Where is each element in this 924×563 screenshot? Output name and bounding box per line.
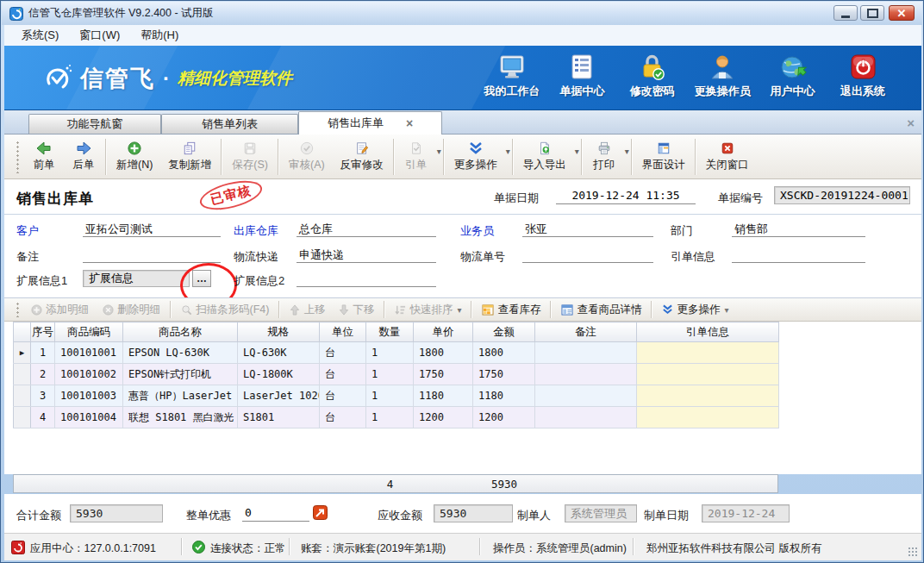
action-my-workbench[interactable]: 我的工作台 <box>478 53 546 99</box>
customer-field[interactable]: 亚拓公司测试 <box>83 220 221 237</box>
prev-doc-button[interactable]: 前单 <box>24 137 64 177</box>
status-separator <box>479 538 481 555</box>
toolbar-separator <box>631 139 633 175</box>
table-row[interactable]: ▶ 1100101001 EPSON LQ-630KLQ-630K 台1 180… <box>14 342 779 364</box>
col-spec[interactable]: 规格 <box>238 322 320 342</box>
more-actions-button[interactable]: 更多操作 <box>446 137 505 177</box>
dropdown-arrow-icon[interactable]: ▾ <box>437 147 441 156</box>
summary-qty-total: 4 <box>366 478 414 491</box>
double-chevron-down-icon <box>662 304 673 315</box>
col-qty[interactable]: 数量 <box>366 322 414 342</box>
dropdown-arrow-icon[interactable]: ▾ <box>625 147 629 156</box>
detail-more-actions-button[interactable]: 更多操作▾ <box>655 300 735 319</box>
import-export-icon <box>537 141 553 155</box>
col-amount[interactable]: 金额 <box>473 322 535 342</box>
receivable-field: 5930 <box>434 504 513 522</box>
arrow-left-icon <box>36 141 52 155</box>
action-label: 退出系统 <box>840 84 885 99</box>
col-row-selector <box>14 322 31 342</box>
ref-info-field[interactable] <box>732 246 865 263</box>
copy-new-button[interactable]: 复制新增 <box>160 137 219 177</box>
col-code[interactable]: 商品编码 <box>55 322 123 342</box>
toolbar-separator <box>278 301 280 318</box>
view-product-detail-button[interactable]: 查看商品详情 <box>554 300 648 319</box>
tab-sales-outbound[interactable]: 销售出库单 × <box>298 111 442 134</box>
create-date-label: 制单日期 <box>644 508 689 523</box>
col-name[interactable]: 商品名称 <box>123 322 238 342</box>
col-no[interactable]: 序号 <box>31 322 55 342</box>
resize-grip[interactable] <box>908 547 918 557</box>
toolbar-separator <box>170 301 172 318</box>
minimize-button[interactable] <box>833 5 858 21</box>
title-bar: 信管飞仓库管理软件 V9.2.400 - 试用版 <box>2 2 922 25</box>
ref-info-label: 引单信息 <box>671 249 715 265</box>
x-circle-icon <box>103 304 114 316</box>
view-stock-button[interactable]: 查看库存 <box>475 300 547 319</box>
table-row[interactable]: 4100101004 联想 S1801 黑白激光S1801 台1 1200120… <box>14 407 779 429</box>
action-document-center[interactable]: 单据中心 <box>547 53 616 99</box>
dept-field[interactable]: 销售部 <box>732 220 865 237</box>
scan-barcode-button: 扫描条形码(F4) <box>174 300 276 319</box>
status-separator <box>181 538 183 555</box>
doc-date-field[interactable]: 2019-12-24 11:35 <box>556 187 696 204</box>
row-selector-cell <box>14 407 31 429</box>
action-exit-system[interactable]: 退出系统 <box>828 53 897 99</box>
salesman-field[interactable]: 张亚 <box>522 220 653 237</box>
tab-sales-order-list[interactable]: 销售单列表 <box>161 114 298 134</box>
status-separator <box>289 538 290 555</box>
tabstrip-close-icon[interactable]: × <box>907 116 915 129</box>
toolbar-separator <box>384 301 385 318</box>
menu-help[interactable]: 帮助(H) <box>130 25 189 46</box>
col-ref[interactable]: 引单信息 <box>637 322 779 342</box>
status-bar: 应用中心：127.0.0.1:7091 连接状态：正常 账套：演示账套(2019… <box>4 533 921 560</box>
tracking-field[interactable] <box>522 246 653 263</box>
logistics-label: 物流快递 <box>234 249 278 265</box>
col-price[interactable]: 单价 <box>414 322 473 342</box>
status-account: 账套：演示账套(2019年第1期) <box>301 541 446 556</box>
import-export-button[interactable]: 导入导出 <box>515 137 574 177</box>
tab-function-nav[interactable]: 功能导航窗 <box>28 114 161 134</box>
close-window-button[interactable]: 关闭窗口 <box>698 137 757 177</box>
close-button[interactable]: ✕ <box>889 5 915 21</box>
col-unit[interactable]: 单位 <box>320 322 366 342</box>
warehouse-field[interactable]: 总仓库 <box>297 220 436 237</box>
app-window: 信管飞仓库管理软件 V9.2.400 - 试用版 ✕ 系统(S) 窗口(W) 帮… <box>0 0 924 563</box>
unaudit-edit-button[interactable]: 反审修改 <box>333 137 391 177</box>
user-center-globe-icon <box>778 53 808 81</box>
action-switch-operator[interactable]: 更换操作员 <box>688 53 757 99</box>
ext2-label: 扩展信息2 <box>234 273 284 289</box>
new-button[interactable]: 新增(N) <box>109 137 160 177</box>
dropdown-arrow-icon[interactable]: ▾ <box>506 147 510 156</box>
save-button: 保存(S) <box>224 137 276 177</box>
action-change-password[interactable]: 修改密码 <box>618 53 687 99</box>
status-copyright: 郑州亚拓软件科技有限公司 版权所有 <box>646 541 821 556</box>
menu-system[interactable]: 系统(S) <box>11 25 69 46</box>
tab-close-icon[interactable]: × <box>406 117 413 129</box>
detail-toolbar: 添加明细 删除明细 扫描条形码(F4) 上移 下移 快速排序▾ 查看库存 <box>4 297 921 322</box>
table-row[interactable]: 2100101002 EPSON针式打印机LQ-1800K 台1 1750175… <box>14 364 779 385</box>
col-remark[interactable]: 备注 <box>535 322 637 342</box>
apply-discount-button[interactable] <box>313 505 328 520</box>
table-row[interactable]: 3100101003 惠普（HP）LaserJetLaserJet 1020 台… <box>14 385 779 407</box>
warehouse-label: 出库仓库 <box>234 223 278 239</box>
ui-design-button[interactable]: 界面设计 <box>634 137 693 177</box>
toolbar-separator <box>393 139 395 175</box>
discount-field[interactable]: 0 <box>242 504 309 522</box>
ext2-field[interactable] <box>297 270 436 287</box>
add-line-button: 添加明细 <box>24 300 96 319</box>
print-button[interactable]: 打印 <box>584 137 624 177</box>
menu-window[interactable]: 窗口(W) <box>69 25 130 46</box>
dropdown-arrow-icon[interactable]: ▾ <box>724 305 728 315</box>
action-user-center[interactable]: 用户中心 <box>759 53 827 99</box>
dept-label: 部门 <box>671 223 693 239</box>
dropdown-arrow-icon[interactable]: ▾ <box>575 147 579 156</box>
remark-field[interactable] <box>83 246 221 263</box>
logistics-field[interactable]: 申通快递 <box>297 246 436 263</box>
ext1-field[interactable]: 扩展信息 <box>83 270 190 287</box>
maximize-button[interactable] <box>860 5 884 21</box>
next-doc-button[interactable]: 后单 <box>64 137 103 177</box>
menu-bar: 系统(S) 窗口(W) 帮助(H) <box>4 25 921 46</box>
remark-label: 备注 <box>16 249 39 265</box>
summary-amount-total: 5930 <box>473 478 535 491</box>
toolbar-separator <box>512 139 514 175</box>
